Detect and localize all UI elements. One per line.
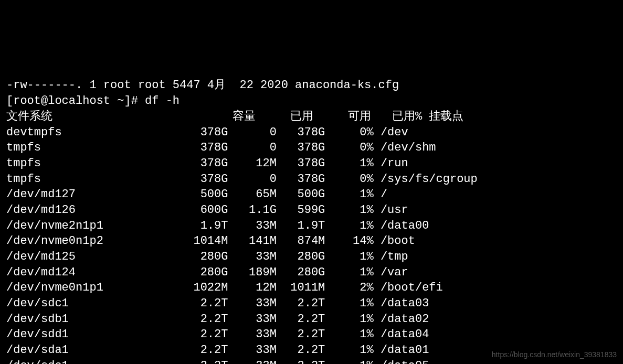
df-row: tmpfs 378G 0 378G 0% /sys/fs/cgroup: [6, 172, 617, 187]
command-text: df -h: [145, 94, 179, 108]
df-row: /dev/nvme0n1p1 1022M 12M 1011M 2% /boot/…: [6, 280, 617, 296]
df-row: /dev/nvme2n1p1 1.9T 33M 1.9T 1% /data00: [6, 218, 617, 234]
df-header-row: 文件系统 容量 已用 可用 已用% 挂载点: [6, 109, 617, 125]
df-row: /dev/sdb1 2.2T 33M 2.2T 1% /data02: [6, 312, 617, 327]
watermark-text: https://blog.csdn.net/weixin_39381833: [492, 350, 617, 360]
df-row: /dev/nvme0n1p2 1014M 141M 874M 14% /boot: [6, 233, 617, 249]
shell-prompt: [root@localhost ~]#: [6, 94, 145, 108]
previous-output-line: -rw-------. 1 root root 5447 4月 22 2020 …: [6, 78, 617, 93]
df-row: /dev/md125 280G 33M 280G 1% /tmp: [6, 249, 617, 265]
df-row: /dev/md124 280G 189M 280G 1% /var: [6, 265, 617, 281]
df-row: /dev/sdd1 2.2T 33M 2.2T 1% /data04: [6, 327, 617, 342]
df-rows: devtmpfs 378G 0 378G 0% /devtmpfs 378G 0…: [6, 125, 617, 365]
df-row: /dev/md126 600G 1.1G 599G 1% /usr: [6, 202, 617, 218]
df-row: devtmpfs 378G 0 378G 0% /dev: [6, 125, 617, 141]
df-row: /dev/sdc1 2.2T 33M 2.2T 1% /data03: [6, 296, 617, 312]
df-row: tmpfs 378G 0 378G 0% /dev/shm: [6, 140, 617, 156]
prompt-line[interactable]: [root@localhost ~]# df -h: [6, 93, 617, 109]
df-row: tmpfs 378G 12M 378G 1% /run: [6, 156, 617, 172]
terminal-output: -rw-------. 1 root root 5447 4月 22 2020 …: [0, 62, 623, 364]
df-row: /dev/md127 500G 65M 500G 1% /: [6, 187, 617, 202]
